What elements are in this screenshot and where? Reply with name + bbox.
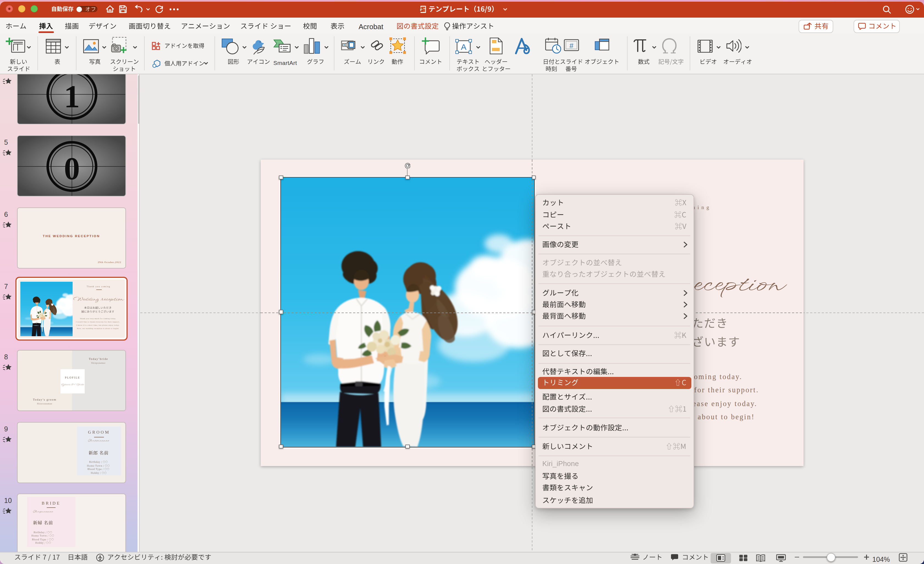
svg-text:#: # <box>570 42 574 50</box>
svg-text:P: P <box>420 8 422 12</box>
svg-text:A: A <box>461 42 466 51</box>
svg-text:1: 1 <box>64 79 80 114</box>
svg-text:0: 0 <box>64 151 80 186</box>
